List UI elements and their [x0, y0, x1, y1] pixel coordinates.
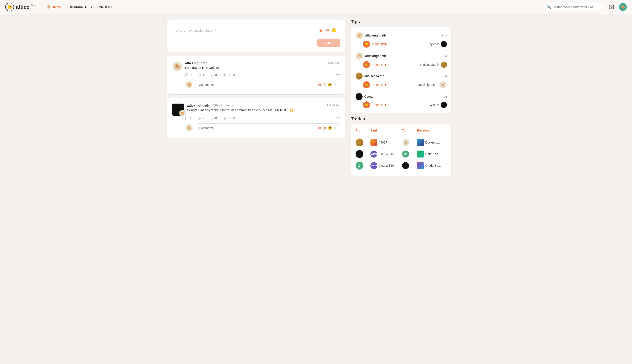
post-2-eth-amount: 0 ETH	[228, 116, 236, 120]
tip-2-time: 2d	[444, 54, 447, 58]
comment-input-wrap-1[interactable]: ⊞ @ 🙂 ➤	[196, 80, 340, 89]
post-card-1: 🎨 atticknight.eth Edited 6h Last day of …	[166, 56, 346, 94]
post-1-comment-action[interactable]: 0	[185, 73, 192, 77]
search-bar[interactable]: 🔍	[543, 3, 604, 11]
post-2-like-action[interactable]: 2	[198, 116, 204, 120]
dollar-icon	[223, 73, 226, 77]
post-2-body: Congratulations to the Ethereum communit…	[187, 108, 340, 112]
comment-icons-1: ⊞ @ 🙂	[318, 83, 332, 87]
tip-4-amount: 🤝 0.001 ETH	[363, 102, 388, 108]
tip-2-eth-value: 0.001 ETH	[372, 63, 388, 67]
tips-title: Tips	[351, 19, 452, 24]
tip-2-amount: 🤝 0.001 ETH	[363, 61, 388, 68]
nav-communities[interactable]: COMMUNITIES	[68, 4, 92, 10]
trade-1-received: Duckie #...	[417, 139, 447, 146]
add-media-icon[interactable]: ⊞	[319, 28, 322, 33]
comment-add-icon[interactable]: ⊞	[318, 83, 321, 87]
tip-2-recipient: chelseaaa.eth	[420, 62, 447, 68]
trade-row-3: WETH 0.01 WETH Crude Ba...	[356, 160, 447, 171]
trade-2-from-avatar	[356, 150, 364, 158]
tip-1-eth-value: 0.001 ETH	[372, 42, 388, 46]
comment-input-wrap-2[interactable]: ⊞ @ 🙂 ➤	[196, 124, 340, 132]
trade-3-sent: WETH 0.01 WETH	[370, 162, 400, 169]
comment-mention-icon-2[interactable]: @	[323, 126, 326, 130]
logo-icon: 🙂	[5, 2, 14, 11]
trades-col-to: To	[402, 129, 415, 132]
post-2-comment-area: 🎨 ⊞ @ 🙂 ➤	[185, 124, 340, 132]
repost-icon-2	[210, 116, 214, 120]
heart-icon	[198, 73, 201, 77]
trade-1-sent-value: #4027	[379, 141, 387, 144]
repost-icon	[210, 73, 214, 77]
comment-input-2[interactable]	[199, 126, 316, 130]
post-2-repost-action[interactable]: 0	[210, 116, 217, 120]
tip-1-to-avatar	[441, 41, 447, 47]
trades-header-row: From Sent To Received	[356, 129, 447, 134]
comment-send-icon-2[interactable]: ➤	[334, 126, 337, 130]
composer-icons: ⊞ @ 🙂	[319, 28, 336, 33]
comment-send-icon[interactable]: ➤	[334, 82, 337, 87]
search-input[interactable]	[553, 5, 600, 9]
comment-mention-icon[interactable]: @	[323, 83, 326, 87]
post-1-tip-action[interactable]: 0 ETH	[223, 73, 236, 77]
trade-1-from-avatar	[356, 138, 364, 146]
trades-title: Trades	[351, 116, 452, 122]
trade-3-from-avatar	[356, 162, 364, 170]
trade-2-sent: WETH 0.01 WETH	[370, 150, 400, 158]
tip-4-eth-value: 0.001 ETH	[372, 103, 388, 107]
trade-2-received-value: Chief Toa...	[425, 152, 441, 156]
comment-icons-2: ⊞ @ 🙂	[318, 126, 332, 130]
tip-1-recipient: Cytcam	[429, 41, 447, 47]
composer-input-area[interactable]: What's new, atticknight.eth? ⊞ @ 🙂	[172, 25, 340, 36]
nav-home[interactable]: 🏠 HOME	[46, 4, 62, 10]
post-2-repost-count: 0	[215, 116, 217, 120]
trades-section: Trades From Sent To Received #4027	[351, 116, 452, 176]
tip-3-eth-value: 0.001 ETH	[372, 83, 388, 87]
post-2-tip-action[interactable]: 0 ETH	[223, 116, 236, 120]
post-2-more-button[interactable]: •••	[336, 116, 340, 120]
post-2-community: @Proof of Merge	[212, 104, 234, 107]
trade-3-from	[356, 162, 369, 170]
comment-add-icon-2[interactable]: ⊞	[318, 126, 321, 130]
tip-4-from-avatar	[356, 93, 362, 100]
home-icon: 🏠	[46, 5, 50, 9]
mention-icon[interactable]: @	[325, 28, 329, 33]
tip-1-to-name: Cytcam	[429, 42, 439, 46]
post-1-comment-area: 🎨 ⊞ @ 🙂 ➤	[185, 80, 340, 89]
comment-emoji-icon[interactable]: 🙂	[328, 83, 332, 87]
tip-4-time: 2d	[444, 95, 447, 98]
trade-3-weth-icon: WETH	[370, 162, 378, 169]
trade-3-received-value: Crude Ba...	[425, 164, 441, 167]
nav-profile[interactable]: PROFILE	[99, 4, 113, 10]
commenter-avatar-2: 🎨	[185, 124, 193, 132]
comment-emoji-icon-2[interactable]: 🙂	[328, 126, 332, 130]
tip-3-detail: 🤝 0.001 ETH atticknight.eth 🎨	[360, 81, 447, 89]
tip-4-detail: 🤝 0.001 ETH Cytcam	[360, 102, 447, 108]
post-1-eth-amount: 0 ETH	[228, 73, 236, 77]
post-1-timestamp: Edited 6h	[328, 62, 340, 65]
post-1-more-button[interactable]: •••	[336, 72, 340, 77]
svg-point-5	[404, 153, 406, 154]
people-icon	[404, 152, 407, 156]
avatar-nav-button[interactable]: 🎨	[619, 3, 627, 11]
mail-button[interactable]	[608, 3, 616, 11]
comment-input-1[interactable]	[199, 83, 316, 86]
tip-3-amount: 🤝 0.001 ETH	[363, 81, 388, 88]
tip-3-eth-icon: 🤝	[363, 81, 370, 88]
emoji-icon[interactable]: 🙂	[332, 28, 336, 33]
logo[interactable]: 🙂 atticc Beta	[5, 2, 36, 11]
trade-2-weth-icon: WETH	[370, 150, 378, 158]
beta-badge: Beta	[31, 4, 36, 6]
trade-row-1: #4027 🎨 Duckie #...	[356, 137, 447, 148]
post-2-comment-action[interactable]: 0	[185, 116, 192, 120]
post-1-repost-action[interactable]: 0	[210, 73, 217, 77]
people-icon-3	[358, 164, 361, 167]
tip-2-to-name: chelseaaa.eth	[420, 63, 439, 66]
trade-1-from	[356, 138, 369, 146]
post-2-avatar-overlay: 🎨	[179, 110, 184, 116]
post-1-comment-count: 0	[190, 73, 192, 77]
post-1-like-action[interactable]: 1	[198, 73, 204, 77]
trade-3-to-avatar	[402, 162, 409, 169]
tip-row-2: 🎨 atticknight.eth 2d 🤝 0.001 ETH chelsea…	[356, 52, 447, 68]
post-button[interactable]: POST	[317, 39, 340, 47]
